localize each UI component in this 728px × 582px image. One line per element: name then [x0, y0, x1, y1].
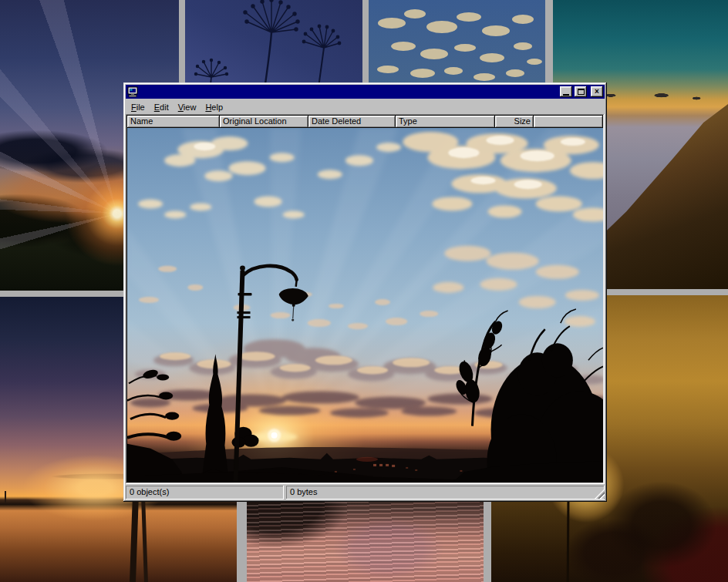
menu-file[interactable]: File: [126, 101, 150, 113]
menu-bar: File Edit View Help: [126, 99, 605, 114]
close-button[interactable]: ×: [591, 86, 603, 97]
desktop: { "colors": { "titlebar": "#000080", "ch…: [0, 0, 728, 582]
menu-help[interactable]: Help: [201, 101, 228, 113]
column-headers: Name Original Location Date Deleted Type…: [127, 116, 603, 128]
minimize-button[interactable]: [560, 86, 572, 97]
menu-edit[interactable]: Edit: [150, 101, 174, 113]
titlebar: ×: [126, 85, 605, 99]
column-header-type[interactable]: Type: [396, 116, 495, 128]
column-header-date-deleted[interactable]: Date Deleted: [308, 116, 396, 128]
water-pole: [5, 491, 6, 503]
water-pole: [130, 494, 139, 582]
sunset-photo: [127, 128, 603, 483]
menu-view[interactable]: View: [174, 101, 201, 113]
water-pole: [141, 497, 148, 582]
minimize-icon: [563, 94, 569, 96]
column-header-original-location[interactable]: Original Location: [220, 116, 308, 128]
column-header-size[interactable]: Size: [495, 116, 534, 128]
status-object-count: 0 object(s): [126, 486, 284, 500]
sunset-photo-graphic: [127, 128, 603, 483]
list-view: Name Original Location Date Deleted Type…: [126, 114, 605, 484]
computer-icon: [127, 86, 138, 97]
maximize-button[interactable]: [575, 86, 587, 97]
maximize-icon: [578, 89, 585, 95]
status-bar: 0 object(s) 0 bytes: [126, 486, 605, 500]
recycle-bin-window: × File Edit View Help Name Original Loca…: [123, 82, 607, 502]
status-size: 0 bytes: [286, 486, 605, 500]
column-header-filler: [534, 116, 603, 128]
column-header-name[interactable]: Name: [127, 116, 220, 128]
